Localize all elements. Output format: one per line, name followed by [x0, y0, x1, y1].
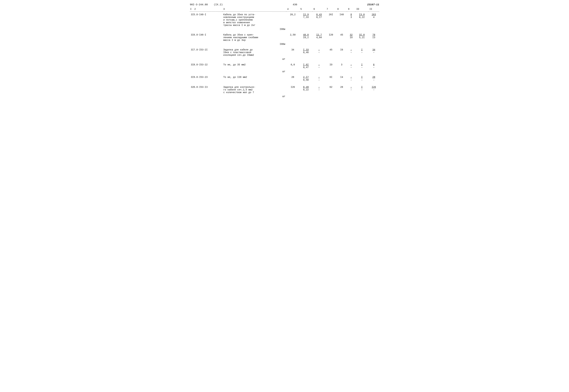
row-col5-3: I,33 0,46 [299, 47, 312, 57]
row-col4-2: 2,50 [286, 32, 299, 42]
row-col7-6: 62 [325, 84, 336, 94]
row-col7-5: 6I [325, 74, 336, 82]
col-header-1: I 2 [190, 7, 222, 11]
main-table: I 2 3 4 5 6 7 8 9 [190, 7, 379, 99]
row-col4-5: 28 [286, 74, 299, 82]
row-col11-4: 6 – [368, 62, 379, 70]
row-code-2: 3I6.8-I46-I [190, 32, 222, 42]
row-col8-1: I48 [336, 12, 347, 27]
row-col4-3: 34 [286, 47, 299, 57]
row-col9-4: – – [347, 62, 355, 70]
row-col5-6: 0,49 0,22 [299, 84, 312, 94]
row-col11-2: 78 I3 [368, 32, 379, 42]
row-desc-4: То же, до 35 мм2 [222, 62, 286, 70]
table-row: 3I7.8-I53-2I Заделка для кабеля до I0кв … [190, 47, 379, 57]
row-col10-6: I – [355, 84, 368, 94]
col-header-11: II [368, 7, 379, 11]
row-code-6: 320.8-I53-I3 [190, 84, 222, 94]
table-row: 3I9.8-I53-23 То же, до I20 мм2 28 2,I7 0… [190, 74, 379, 82]
row-unit-5 [222, 82, 286, 84]
row-unit-4: шт [222, 70, 286, 74]
row-col7-2: I20 [325, 32, 336, 42]
table-row: 3I6.8-I46-I Кабель до 35кв с креп- ление… [190, 32, 379, 42]
row-col5-2: 48,0 I8,2 [299, 32, 312, 42]
row-col6-6: – – [312, 84, 325, 94]
row-col11-6: I26 – [368, 84, 379, 94]
header-left: 90I-3-244.88 (IX.2) [190, 3, 223, 6]
row-col9-3: – – [347, 47, 355, 57]
col-header-10: IO [355, 7, 368, 11]
row-col7-1: 26I [325, 12, 336, 27]
row-col6-2: I2,7 4,04 [312, 32, 325, 42]
table-row-unit [190, 82, 379, 84]
header-right: 23167-11 [367, 3, 379, 6]
row-unit-2: I00м [222, 42, 286, 47]
doc-number: 90I-3-244.88 [190, 3, 208, 6]
row-col8-4: 3 [336, 62, 347, 70]
table-row: 3I5.8-I48-I Кабель до 35кв по уста- новл… [190, 12, 379, 27]
row-col5-1: I2,9 7,33 [299, 12, 312, 27]
table-row: 3I8.8-I53-22 То же, до 35 мм2 6,0 I,6I 0… [190, 62, 379, 70]
row-col11-1: 263 4 [368, 12, 379, 27]
row-col10-4: I – [355, 62, 368, 70]
row-desc-1: Кабель до 35кв по уста- новленным констр… [222, 12, 286, 27]
row-col4-4: 6,0 [286, 62, 299, 70]
row-col8-3: I6 [336, 47, 347, 57]
col-header-8: 8 [336, 7, 347, 11]
row-code-3: 3I7.8-I53-2I [190, 47, 222, 57]
row-col9-5: – – [347, 74, 355, 82]
row-col9-1: 8 3 [347, 12, 355, 27]
row-desc-3: Заделка для кабеля до I0кв с пластмассов… [222, 47, 286, 57]
table-row: 320.8-I53-I3 Заделка для контрольно- го … [190, 84, 379, 94]
row-col6-3: – – [312, 47, 325, 57]
row-col10-2: 3I,0 5,2I [355, 32, 368, 42]
row-desc-2: Кабель до 35кв с креп- лением накладными… [222, 32, 286, 42]
row-col6-1: 0,43 0,I7 [312, 12, 325, 27]
col-header-4: 4 [286, 7, 299, 11]
row-col7-3: 45 [325, 47, 336, 57]
row-col4-6: I26 [286, 84, 299, 94]
col-header-6: 6 [312, 7, 325, 11]
row-desc-5: То же, до I20 мм2 [222, 74, 286, 82]
row-col5-5: 2,I7 0,50 [299, 74, 312, 82]
row-col7-4: IO [325, 62, 336, 70]
table-row-unit: шт [190, 70, 379, 74]
col-header-7: 7 [325, 7, 336, 11]
row-unit-1: I00м [222, 27, 286, 32]
row-col10-1: I3,0 0,22 [355, 12, 368, 27]
col-header-row: I 2 3 4 5 6 7 8 9 [190, 7, 379, 11]
row-code-5: 3I9.8-I53-23 [190, 74, 222, 82]
col-header-9: 9 [347, 7, 355, 11]
row-col4-1: 20,2 [286, 12, 299, 27]
row-col9-2: 32 IO [347, 32, 355, 42]
row-col6-4: – – [312, 62, 325, 70]
row-desc-6: Заделка для контрольно- го кабеля сеч.2,… [222, 84, 286, 94]
table-row-unit: I00м [190, 27, 379, 32]
table-row-unit: шт [190, 57, 379, 62]
row-col8-2: 45 [336, 32, 347, 42]
row-unit-6: шт [222, 94, 286, 99]
col-header-5: 5 [299, 7, 312, 11]
row-col8-6: 28 [336, 84, 347, 94]
table-row-unit: I00м [190, 42, 379, 47]
doc-section: (IX.2) [214, 3, 223, 6]
page-header: 90I-3-244.88 (IX.2) 436 23167-11 [190, 3, 379, 6]
row-col9-6: – – [347, 84, 355, 94]
row-col11-5: 28 – [368, 74, 379, 82]
header-center: 436 [223, 3, 367, 6]
row-col10-3: I – [355, 47, 368, 57]
row-col10-5: I – [355, 74, 368, 82]
row-code-4: 3I8.8-I53-22 [190, 62, 222, 70]
row-col8-5: I4 [336, 74, 347, 82]
row-col5-4: I,6I 0,47 [299, 62, 312, 70]
table-row-unit: шт [190, 94, 379, 99]
row-unit-3: шт [222, 57, 286, 62]
row-col6-5: – – [312, 74, 325, 82]
row-col11-3: 34 – [368, 47, 379, 57]
row-code-1: 3I5.8-I48-I [190, 12, 222, 27]
col-header-3: 3 [222, 7, 286, 11]
